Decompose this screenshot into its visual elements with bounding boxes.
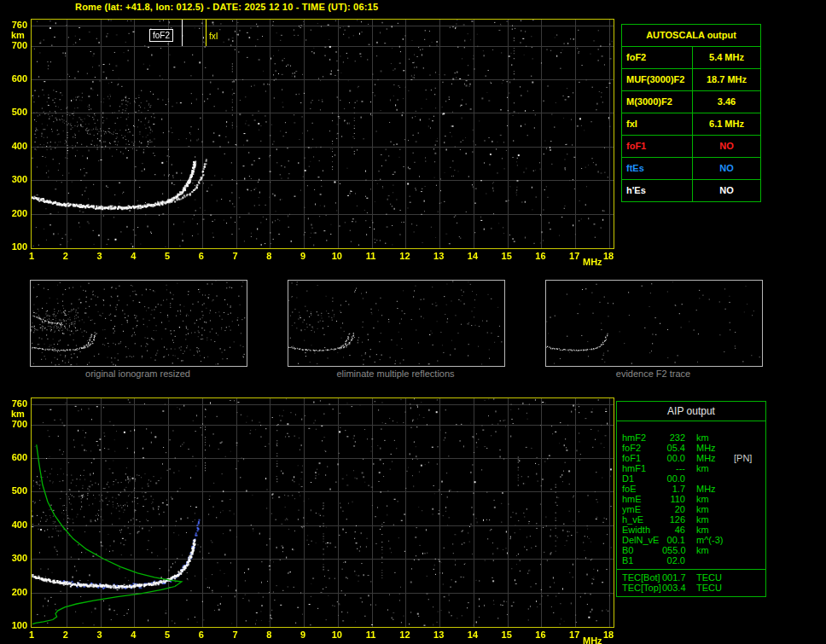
aip-row: ymE20km [617, 504, 765, 514]
x-tick-label: 14 [463, 252, 482, 261]
aip-row: D100.0 [617, 473, 765, 484]
y-tick-label: 400 [2, 520, 27, 530]
panel-caption-eliminate: eliminate multiple reflections [287, 368, 504, 379]
aip-row-value: 00.1 [662, 535, 685, 545]
autoscala-row-label: MUF(3000)F2 [622, 69, 693, 90]
y-tick-label: 760 [2, 20, 27, 30]
x-tick-label: 3 [90, 630, 109, 640]
aip-row-value: 001.7 [662, 572, 685, 583]
aip-row: hmE110km [617, 494, 765, 504]
aip-row-value: 05.4 [662, 443, 685, 453]
x-tick-label: 2 [56, 630, 75, 640]
aip-row-label: B1 [622, 555, 662, 566]
x-tick-label: 10 [328, 252, 346, 261]
ionogram-canvas [32, 20, 614, 248]
x-tick-label: 4 [124, 252, 143, 261]
fof2-marker-label: foF2 [149, 29, 173, 42]
y-tick-label: 400 [2, 142, 27, 151]
y-tick-label: 700 [2, 41, 27, 50]
autoscala-row-label: fxI [622, 113, 693, 135]
panel-original-ionogram-canvas [31, 281, 247, 366]
aip-row-value: 02.0 [662, 555, 685, 566]
aip-row-label: Ewidth [622, 525, 662, 535]
aip-row-value: 126 [662, 514, 685, 525]
y-tick-label: 500 [2, 107, 27, 117]
aip-row-unit: TECU [685, 583, 734, 593]
y-axis-unit-label: km [11, 31, 25, 40]
x-tick-label: 6 [192, 630, 211, 640]
aip-row-note: [PN] [734, 453, 752, 463]
aip-row-unit: MHz [685, 443, 734, 453]
autoscala-row: fxI6.1 MHz [622, 113, 760, 136]
x-tick-label: 7 [226, 630, 245, 640]
y-axis-unit-label: km [11, 409, 25, 419]
y-tick-label: 500 [2, 486, 27, 496]
autoscala-window: { "title": "Rome (lat: +41.8, lon: 012.5… [0, 0, 826, 644]
aip-row: foE1.7MHz [617, 484, 765, 494]
profilogram-plot [31, 397, 614, 628]
aip-row: hmF1---km [617, 463, 765, 473]
autoscala-output-table: AUTOSCALA output foF25.4 MHzMUF(3000)F21… [621, 24, 761, 202]
x-tick-label: 8 [259, 252, 278, 261]
x-tick-label: 5 [158, 630, 177, 640]
aip-table-title: AIP output [617, 402, 765, 421]
x-axis-unit-label: MHz [583, 258, 602, 267]
panel-evidence-f2-trace [545, 280, 763, 367]
x-tick-label: 16 [531, 252, 550, 261]
aip-row-label: hmF1 [622, 463, 662, 473]
x-tick-label: 17 [565, 630, 584, 640]
aip-row: DelN_vE00.1m^(-3) [617, 535, 765, 545]
aip-row: Ewidth46km [617, 525, 765, 535]
aip-row: TEC[Top]003.4TECU [617, 583, 765, 593]
aip-row-label: TEC[Top] [622, 583, 662, 593]
aip-row: TEC[Bot]001.7TECU [617, 569, 765, 583]
x-tick-label: 12 [395, 630, 414, 640]
x-tick-label: 9 [294, 630, 312, 640]
x-tick-label: 3 [90, 252, 109, 261]
fxi-marker-line [206, 20, 206, 46]
y-tick-label: 100 [2, 621, 27, 630]
x-tick-label: 15 [497, 630, 516, 640]
autoscala-row-label: M(3000)F2 [622, 91, 693, 113]
aip-row-value: 232 [662, 432, 685, 443]
x-tick-label: 13 [429, 630, 448, 640]
panel-caption-evidence: evidence F2 trace [544, 368, 762, 379]
autoscala-row-value: NO [693, 158, 760, 179]
x-tick-label: 16 [531, 630, 550, 640]
aip-row-unit: km [685, 463, 734, 473]
x-tick-label: 18 [599, 630, 618, 640]
aip-row-label: foF1 [622, 453, 662, 463]
y-tick-label: 200 [2, 209, 27, 218]
aip-row-label: hmF2 [622, 432, 662, 443]
aip-row: foF205.4MHz [617, 443, 765, 453]
x-tick-label: 1 [22, 252, 41, 261]
x-axis-unit-label: MHz [583, 636, 602, 644]
autoscala-row: MUF(3000)F218.7 MHz [622, 69, 760, 91]
aip-row-unit: TECU [685, 572, 734, 583]
autoscala-row-value: 6.1 MHz [693, 113, 760, 135]
panel-evidence-f2-trace-canvas [546, 281, 762, 366]
aip-row: B102.0 [617, 555, 765, 566]
aip-row: B0055.0km [617, 545, 765, 555]
fof2-marker-line [182, 20, 183, 46]
fxi-marker-label: fxI [209, 31, 218, 42]
x-tick-label: 1 [22, 630, 41, 640]
y-tick-label: 300 [2, 554, 27, 563]
aip-row-unit: km [685, 525, 734, 535]
panel-eliminate-reflections [288, 280, 505, 367]
aip-row-label: D1 [622, 473, 662, 484]
x-tick-label: 13 [429, 252, 448, 261]
autoscala-row: M(3000)F23.46 [622, 91, 760, 113]
aip-row-label: hmE [622, 494, 662, 504]
aip-row-value: 00.0 [662, 453, 685, 463]
aip-row-unit: m^(-3) [685, 535, 734, 545]
x-tick-label: 11 [362, 630, 381, 640]
y-tick-label: 600 [2, 74, 27, 84]
x-tick-label: 8 [259, 630, 278, 640]
aip-row-value: 110 [662, 494, 685, 504]
aip-row-value: --- [662, 463, 685, 473]
autoscala-row-value: NO [693, 180, 760, 201]
x-tick-label: 12 [395, 252, 414, 261]
autoscala-row-label: foF2 [622, 47, 693, 68]
aip-row-unit: km [685, 432, 734, 443]
